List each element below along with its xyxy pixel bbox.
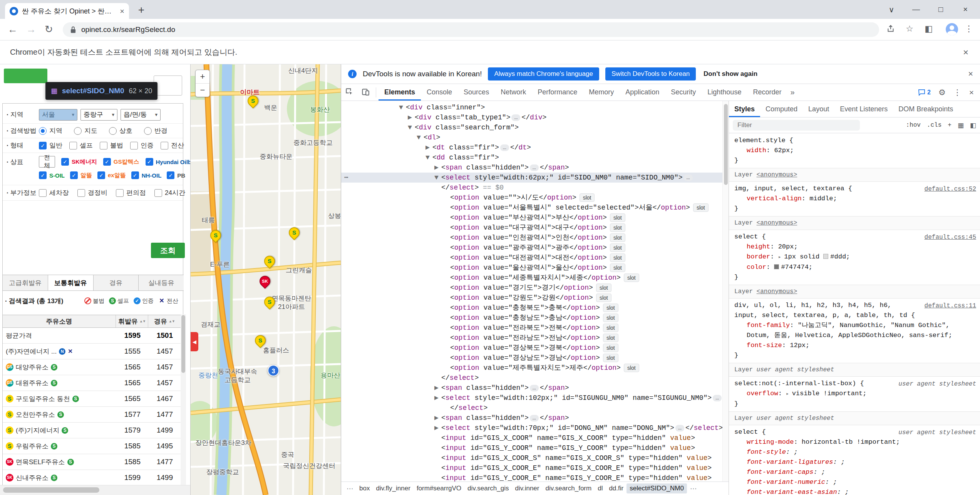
- css-property-font-family[interactable]: font-family: "나눔고딕", NanumGothic, "Nanum…: [734, 320, 976, 341]
- type-option-불법[interactable]: 불법: [100, 141, 123, 150]
- dom-tree-node[interactable]: <input id="GIS_Y_COOR_E" name="GIS_Y_COO…: [341, 473, 722, 482]
- dom-tree-node[interactable]: ⋯▼<select style="width:62px;" id="SIDO_N…: [341, 173, 722, 183]
- color-swatch[interactable]: [774, 264, 779, 269]
- styles-tab-event-listeners[interactable]: Event Listeners: [834, 101, 893, 117]
- station-row[interactable]: S오천만주유소S15771477: [3, 407, 181, 423]
- device-toolbar-icon[interactable]: [357, 87, 374, 97]
- styles-tab-styles[interactable]: Styles: [729, 101, 760, 117]
- type-option-일반[interactable]: ✓일반: [39, 141, 62, 150]
- tab-search-icon[interactable]: ∨: [879, 5, 904, 14]
- bookmark-star-icon[interactable]: ☆: [906, 24, 913, 34]
- devtools-tab-lighthouse[interactable]: Lighthouse: [702, 84, 747, 101]
- css-property-overflow[interactable]: overflow: ▸ visible !important;: [734, 389, 976, 399]
- slot-badge[interactable]: slot: [603, 314, 618, 322]
- ellipsis-expander[interactable]: …: [500, 144, 509, 151]
- node-menu-icon[interactable]: ⋯: [344, 173, 348, 183]
- devtools-tab-security[interactable]: Security: [665, 84, 702, 101]
- dom-tree-node[interactable]: </select>: [341, 373, 722, 383]
- tab-close-icon[interactable]: ×: [120, 7, 124, 15]
- devtools-settings-icon[interactable]: ⚙: [938, 88, 946, 97]
- layer-link[interactable]: <anonymous>: [757, 288, 797, 295]
- dom-tree-node[interactable]: <option value="대전광역시">대전</option>slot: [341, 253, 722, 263]
- extra-option-24시간[interactable]: 24시간: [154, 188, 185, 197]
- dom-tree-node[interactable]: ▼<div class="inner">: [341, 102, 722, 112]
- map-canvas[interactable]: 신내4단지이마트백운봉화산중화고등학교중화뉴타운태릉상봉E-푸른그린캐슬면목동마…: [191, 64, 341, 495]
- dom-tree-node[interactable]: <option value="">시/도</option>slot: [341, 193, 722, 203]
- reload-button[interactable]: ↻: [45, 23, 53, 35]
- dom-tree-node[interactable]: <input id="GIS_X_COOR_E" name="GIS_X_COO…: [341, 463, 722, 473]
- page-horizontal-scrollbar[interactable]: [0, 485, 190, 495]
- css-property-border[interactable]: border: ▸ 1px solid #ddd;: [734, 252, 976, 262]
- css-property-font-variant-ligatures[interactable]: font-variant-ligatures: ;: [734, 457, 976, 467]
- element-class-button[interactable]: .cls: [927, 122, 941, 129]
- brand-option-GS칼텍스[interactable]: ✓GS칼텍스: [103, 158, 139, 166]
- fuel-tab-경유[interactable]: 경유: [94, 275, 139, 290]
- table-scrollbar[interactable]: [181, 314, 186, 495]
- devtools-tab-memory[interactable]: Memory: [583, 84, 620, 101]
- dom-tree-node[interactable]: <option value="충청북도">충북</option>slot: [341, 303, 722, 313]
- address-bar[interactable]: opinet.co.kr/searRgSelect.do: [63, 22, 879, 37]
- breadcrumb-box[interactable]: box: [356, 483, 373, 493]
- dom-tree-node[interactable]: <option value="서울특별시" selected="selected…: [341, 203, 722, 213]
- more-tabs-icon[interactable]: »: [787, 88, 797, 97]
- breadcrumb-[interactable]: ⋯: [687, 483, 700, 494]
- grid-overlay-icon[interactable]: ▦: [958, 121, 964, 129]
- computed-panel-icon[interactable]: ◧: [970, 121, 976, 129]
- brand-option-S-OIL[interactable]: ✓S-OIL: [39, 171, 65, 179]
- dom-tree-node[interactable]: <input id="GIS_Y_COOR" name="GIS_Y_COOR"…: [341, 443, 722, 453]
- station-row[interactable]: S구도일주유소 동천S15651467: [3, 391, 181, 407]
- css-property-font-variant-east-asian[interactable]: font-variant-east-asian: ;: [734, 487, 976, 495]
- dom-tree-node[interactable]: ▼<dd class="fir">: [341, 153, 722, 163]
- notification-close-icon[interactable]: ×: [968, 69, 973, 79]
- station-row[interactable]: SK신내주유소S15991499: [3, 470, 181, 486]
- station-row[interactable]: S(주)기지에너지S15791499: [3, 423, 181, 438]
- dom-tree-node[interactable]: <option value="울산광역시">울산</option>slot: [341, 263, 722, 273]
- ellipsis-expander[interactable]: …: [530, 415, 539, 421]
- stylesheet-source-link[interactable]: default.css:52: [925, 184, 976, 194]
- css-property-color[interactable]: color: #747474;: [734, 262, 976, 272]
- css-property-font-style[interactable]: font-style: ;: [734, 447, 976, 457]
- stylesheet-source-link[interactable]: default.css:45: [925, 232, 976, 242]
- zoom-in-button[interactable]: +: [196, 70, 209, 84]
- infobar-close-icon[interactable]: ×: [963, 47, 968, 58]
- rule-selector[interactable]: element.style {: [734, 136, 976, 146]
- share-icon[interactable]: [886, 25, 895, 35]
- panel-green-button[interactable]: [4, 69, 47, 83]
- breadcrumb-div.fly_inner[interactable]: div.fly_inner: [373, 483, 413, 493]
- ellipsis-expander[interactable]: …: [675, 425, 684, 431]
- panel-collapse-button[interactable]: ◀: [191, 332, 198, 351]
- dom-tree-node[interactable]: ▶<select style="width:102px;" id="SIGUNG…: [341, 393, 722, 403]
- devtools-tab-network[interactable]: Network: [495, 84, 532, 101]
- browser-tab[interactable]: 싼 주유소 찾기 Opinet > 싼주유... ×: [5, 3, 129, 19]
- slot-badge[interactable]: slot: [610, 253, 625, 262]
- css-property-font-size[interactable]: font-size: 12px;: [734, 341, 976, 351]
- css-property-font-variant-numeric[interactable]: font-variant-numeric: ;: [734, 477, 976, 487]
- dom-tree-scrollbar[interactable]: [722, 101, 729, 482]
- region-select-0[interactable]: 서울▾: [39, 109, 77, 121]
- pseudo-state-button[interactable]: :hov: [906, 122, 920, 129]
- slot-badge[interactable]: slot: [610, 243, 625, 252]
- slot-badge[interactable]: slot: [596, 294, 611, 302]
- fuel-tab-실내등유[interactable]: 실내등유: [139, 275, 184, 290]
- dom-tree-node[interactable]: ▶<span class="hidden">…</span>: [341, 413, 722, 423]
- css-property-height[interactable]: height: 20px;: [734, 242, 976, 252]
- search-method-상호[interactable]: 상호: [109, 126, 132, 135]
- station-row[interactable]: (주)자연에너지 ...N✕15551457: [3, 344, 181, 359]
- ellipsis-expander[interactable]: …: [684, 175, 693, 181]
- breadcrumb-div.search_gis[interactable]: div.search_gis: [464, 483, 512, 493]
- breadcrumb-form#searrgVO[interactable]: form#searrgVO: [414, 483, 464, 493]
- station-row[interactable]: GS대양주유소S15651457: [3, 359, 181, 375]
- ellipsis-expander[interactable]: …: [713, 395, 722, 401]
- dom-tree-node[interactable]: ▶<span class="hidden">…</span>: [341, 163, 722, 173]
- devtools-tab-recorder[interactable]: Recorder: [747, 84, 787, 101]
- dom-tree-node[interactable]: <option value="강원도">강원</option>slot: [341, 293, 722, 303]
- station-row[interactable]: S우림주유소S15851495: [3, 438, 181, 454]
- styles-filter-input[interactable]: [733, 120, 860, 131]
- brand-option-NH-OIL[interactable]: ✓NH-OIL: [131, 171, 162, 179]
- devtools-tab-performance[interactable]: Performance: [532, 84, 583, 101]
- brand-option-ex알뜰[interactable]: ✓ex알뜰: [97, 171, 126, 179]
- dom-tree-node[interactable]: <option value="전라남도">전남</option>slot: [341, 333, 722, 343]
- dom-tree-node[interactable]: <option value="부산광역시">부산</option>slot: [341, 213, 722, 223]
- dom-tree-node[interactable]: ▼<div class="search_form">: [341, 122, 722, 133]
- styles-tab-layout[interactable]: Layout: [803, 101, 834, 117]
